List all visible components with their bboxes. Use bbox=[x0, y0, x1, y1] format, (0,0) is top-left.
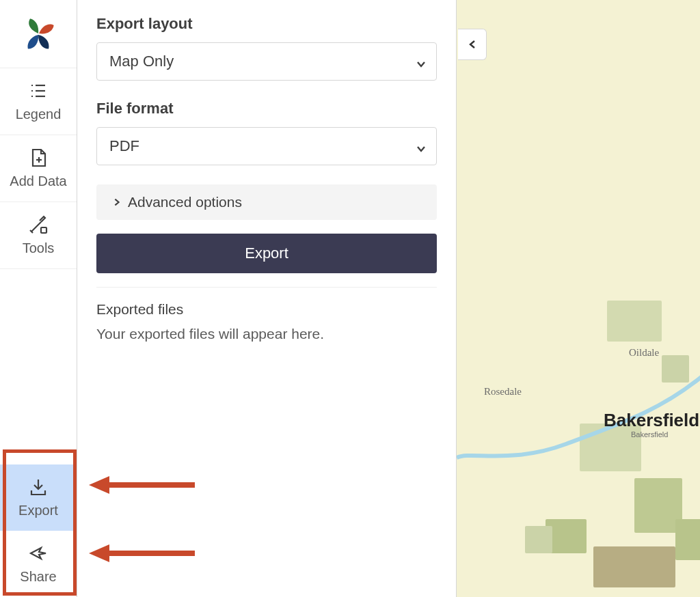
advanced-label: Advanced options bbox=[128, 194, 242, 210]
format-select[interactable]: PDF bbox=[96, 127, 437, 165]
legend-icon bbox=[27, 79, 50, 102]
format-label: File format bbox=[96, 100, 437, 117]
exported-files-title: Exported files bbox=[96, 301, 437, 318]
logo-icon bbox=[20, 16, 57, 53]
place-label-bakersfield-sub: Bakersfield bbox=[631, 430, 668, 439]
exported-files-empty: Your exported files will appear here. bbox=[96, 326, 437, 342]
chevron-down-icon bbox=[416, 56, 427, 67]
advanced-options-toggle[interactable]: Advanced options bbox=[96, 184, 437, 220]
format-value: PDF bbox=[109, 137, 139, 154]
sidebar-item-export[interactable]: Export bbox=[0, 464, 77, 531]
place-label-rosedale: Rosedale bbox=[484, 386, 522, 398]
chevron-down-icon bbox=[416, 141, 427, 152]
sidebar-item-label: Add Data bbox=[10, 173, 66, 189]
map-tile bbox=[525, 526, 552, 553]
place-label-bakersfield: Bakersfield bbox=[604, 410, 699, 431]
sidebar-item-label: Export bbox=[18, 503, 58, 518]
map-tile bbox=[593, 546, 675, 587]
logo-cell bbox=[0, 0, 77, 68]
sidebar-item-add-data[interactable]: Add Data bbox=[0, 135, 77, 202]
add-data-icon bbox=[27, 146, 50, 169]
place-label-oildale: Oildale bbox=[629, 347, 659, 359]
divider bbox=[96, 287, 437, 288]
export-button[interactable]: Export bbox=[96, 234, 437, 273]
chevron-right-icon bbox=[109, 197, 118, 207]
sidebar-item-share[interactable]: Share bbox=[0, 531, 77, 597]
sidebar-spacer bbox=[0, 269, 77, 464]
svg-rect-8 bbox=[41, 227, 46, 233]
sidebar-item-label: Legend bbox=[16, 107, 62, 122]
export-panel: Export layout Map Only File format PDF A… bbox=[77, 0, 457, 597]
collapse-panel-button[interactable] bbox=[458, 29, 487, 60]
layout-select[interactable]: Map Only bbox=[96, 42, 437, 81]
layout-value: Map Only bbox=[109, 53, 174, 70]
map-tile bbox=[675, 519, 700, 560]
chevron-left-icon bbox=[467, 39, 478, 50]
sidebar: Legend Add Data Tools bbox=[0, 0, 77, 597]
sidebar-item-label: Share bbox=[20, 569, 56, 585]
sidebar-item-legend[interactable]: Legend bbox=[0, 68, 77, 135]
sidebar-item-tools[interactable]: Tools bbox=[0, 202, 77, 269]
sidebar-item-label: Tools bbox=[23, 240, 55, 256]
share-icon bbox=[27, 542, 50, 565]
map-tile bbox=[607, 301, 662, 342]
tools-icon bbox=[27, 213, 50, 236]
export-icon bbox=[27, 475, 50, 499]
layout-label: Export layout bbox=[96, 15, 437, 33]
map-canvas[interactable]: Oildale Rosedale Bakersfield Bakersfield bbox=[457, 0, 700, 597]
